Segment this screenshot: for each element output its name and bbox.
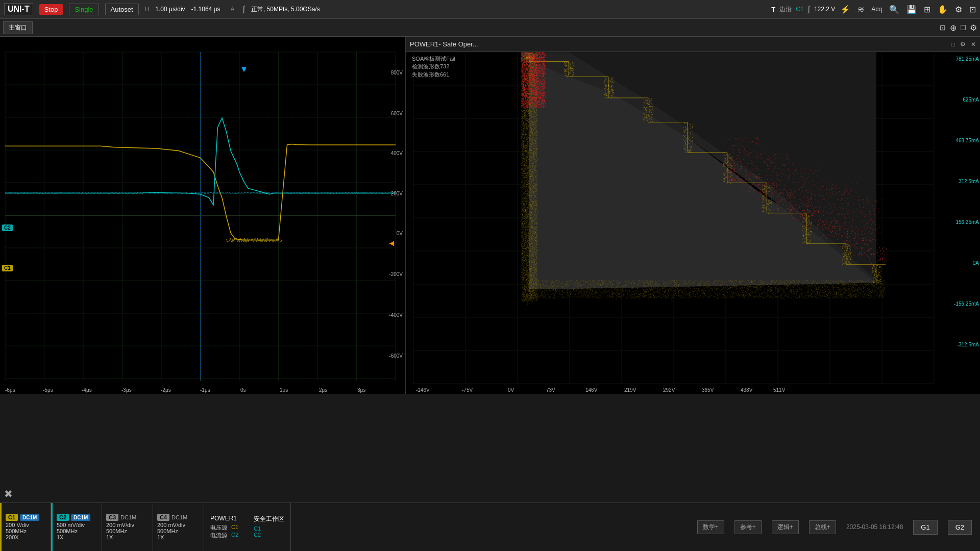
- c3-bandwidth: 500MHz: [106, 528, 149, 534]
- main-window-tab[interactable]: 主窗口: [3, 21, 33, 34]
- x-r-219v: 219V: [624, 387, 636, 393]
- c1-indicator: C1: [2, 265, 13, 271]
- c2-block[interactable]: C2 DC1M 500 mV/div 500MHz 1X: [51, 503, 102, 551]
- c3-volt-div: 200 mV/div: [106, 522, 149, 528]
- cross-scissors-icon[interactable]: ✖: [4, 488, 13, 500]
- time-div-value: 1.00 μs/div: [155, 6, 185, 13]
- c1-volt-div: 200 V/div: [6, 522, 46, 528]
- save-icon[interactable]: 💾: [906, 5, 917, 14]
- math-plus-button[interactable]: 数学+: [697, 520, 724, 534]
- y-label-0v: 0V: [397, 231, 403, 236]
- power1-zone-ch1: C1: [254, 525, 284, 532]
- single-button[interactable]: Single: [69, 4, 99, 15]
- soa-info-line2: 检测波形数732: [412, 63, 455, 70]
- y-r-neg312: -312.5mA: [957, 342, 979, 347]
- waveform-info: 正常, 50MPts, 5.00GSa/s: [251, 5, 320, 14]
- c1-bandwidth: 500MHz: [6, 528, 46, 534]
- y-label-800v: 800V: [391, 70, 403, 76]
- c4-block[interactable]: C4 DC1M 200 mV/div 500MHz 1X: [153, 503, 204, 551]
- selection-icon[interactable]: ⊡: [940, 23, 946, 32]
- g2-button[interactable]: G2: [948, 520, 972, 535]
- x-label-neg5us: -5μs: [43, 387, 53, 393]
- c2-indicator: C2: [2, 224, 13, 231]
- stop-button[interactable]: Stop: [39, 4, 63, 15]
- y-label-200v: 200V: [391, 191, 403, 196]
- expand-icon[interactable]: ⊡: [969, 5, 976, 14]
- c2-name: C2: [57, 514, 69, 521]
- c3-probe: 1X: [106, 534, 149, 540]
- x-label-neg3us: -3μs: [121, 387, 132, 393]
- top-right-icons: ⚡ ≋ Acq 🔍 💾 ⊞ ✋ ⚙ ⊡: [840, 5, 976, 14]
- c4-probe: 1X: [157, 534, 200, 540]
- x-r-511v: 511V: [773, 387, 785, 393]
- settings-icon[interactable]: ⚙: [955, 5, 962, 14]
- y-label-neg400v: -400V: [389, 312, 403, 318]
- search-icon[interactable]: 🔍: [889, 5, 899, 14]
- soa-close-icon[interactable]: ✕: [971, 41, 976, 48]
- ref-plus-button[interactable]: 参考+: [734, 520, 762, 534]
- panel-settings-icon[interactable]: ⚙: [970, 23, 977, 33]
- y-r-468: 468.75mA: [955, 138, 979, 143]
- y-label-600v: 600V: [391, 111, 403, 116]
- soa-waveform: [406, 37, 980, 394]
- logo: UNI-T: [4, 3, 33, 15]
- acq-label[interactable]: Acq: [871, 6, 882, 13]
- c4-bandwidth: 500MHz: [157, 528, 200, 534]
- power1-current-ch: C2: [231, 532, 238, 539]
- x-r-146v: 146V: [585, 387, 597, 393]
- c3-block[interactable]: C3 DC1M 200 mV/div 500MHz 1X: [102, 503, 153, 551]
- y-label-neg600v: -600V: [389, 353, 403, 359]
- x-label-2us: 2μs: [319, 387, 327, 393]
- trigger-arrow: ▼: [240, 65, 248, 74]
- trigger-info: T 边沿 C1 ∫ 122.2 V: [771, 5, 835, 14]
- x-label-1us: 1μs: [280, 387, 288, 393]
- bottom-bar: C1 DC1M 200 V/div 500MHz 200X C2 DC1M 50…: [0, 503, 980, 551]
- soa-expand-icon[interactable]: □: [951, 41, 955, 48]
- main-content: 800V 600V 400V 200V 0V -200V -400V -600V…: [0, 37, 980, 394]
- x-r-73v: 73V: [546, 387, 555, 393]
- power1-block[interactable]: POWER1 电压源 C1 电流源 C2 安全工作区 C1 C2: [204, 503, 291, 551]
- c1-name: C1: [6, 514, 18, 521]
- toolbar-right: T 边沿 C1 ∫ 122.2 V ⚡ ≋ Acq 🔍 💾 ⊞ ✋ ⚙ ⊡: [771, 5, 976, 14]
- c1-probe: 200X: [6, 534, 46, 540]
- x-r-365v: 365V: [702, 387, 714, 393]
- logic-plus-button[interactable]: 逻辑+: [772, 520, 799, 534]
- hand-icon[interactable]: ✋: [938, 5, 948, 14]
- x-label-3us: 3μs: [357, 387, 365, 393]
- soa-panel-title: POWER1- Safe Oper...: [410, 40, 478, 48]
- total-plus-button[interactable]: 总线+: [809, 520, 836, 534]
- soa-info-line3: 失败波形数661: [412, 71, 455, 79]
- c1-block[interactable]: C1 DC1M 200 V/div 500MHz 200X: [0, 503, 51, 551]
- x-r-292v: 292V: [663, 387, 675, 393]
- y-label-400v: 400V: [391, 151, 403, 156]
- zoom-icon[interactable]: ⊕: [950, 23, 957, 33]
- y-label-neg200v: -200V: [389, 271, 403, 277]
- autoset-button[interactable]: Autoset: [105, 4, 139, 15]
- fullscreen-icon[interactable]: □: [961, 23, 966, 32]
- y-r-neg156: -156.25mA: [954, 301, 979, 307]
- x-label-neg6us: -6μs: [5, 387, 15, 393]
- soa-settings-icon[interactable]: ⚙: [960, 41, 966, 48]
- oscilloscope-waveform: [0, 37, 406, 394]
- right-panel-title-bar: POWER1- Safe Oper... □ ⚙ ✕: [406, 37, 980, 52]
- a-label: A: [231, 6, 235, 13]
- x-label-neg4us: -4μs: [82, 387, 92, 393]
- power1-name: POWER1: [210, 515, 238, 522]
- fft-icon[interactable]: ≋: [857, 5, 864, 14]
- c3-coupling: DC1M: [120, 514, 136, 520]
- c4-name: C4: [157, 514, 169, 521]
- measure-icon[interactable]: ⚡: [840, 5, 850, 14]
- time-offset-value: -1.1064 μs: [191, 6, 220, 13]
- g1-button[interactable]: G1: [913, 520, 937, 535]
- trigger-level-marker: ◄: [387, 239, 396, 248]
- power1-voltage-ch: C1: [231, 524, 238, 532]
- x-r-0v: 0V: [508, 387, 514, 393]
- c2-volt-div: 500 mV/div: [57, 522, 97, 528]
- trigger-voltage: 122.2 V: [814, 6, 835, 13]
- y-r-625: 625mA: [963, 97, 979, 103]
- display-icon[interactable]: ⊞: [924, 5, 930, 14]
- top-toolbar: UNI-T Stop Single Autoset H 1.00 μs/div …: [0, 0, 980, 19]
- x-label-0s: 0s: [240, 387, 246, 393]
- soa-info-line1: SOA检板测试Fail: [412, 55, 455, 63]
- second-toolbar: 主窗口 ⊡ ⊕ □ ⚙: [0, 19, 980, 37]
